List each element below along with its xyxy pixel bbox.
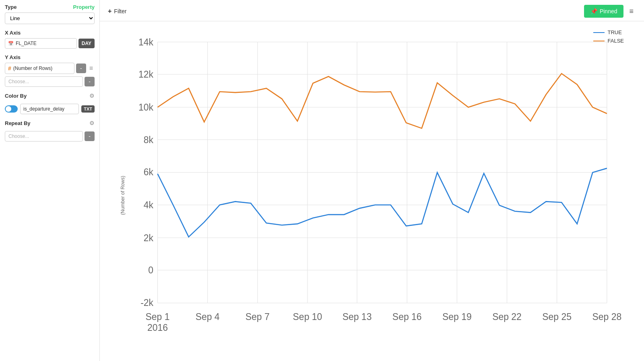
- legend-true-label: TRUE: [608, 29, 622, 35]
- type-select[interactable]: Line Bar Scatter Area: [5, 12, 95, 24]
- yaxis-field-text: (Number of Rows): [13, 66, 52, 71]
- property-label: Property: [73, 4, 95, 10]
- repeatby-minus-button[interactable]: -: [85, 131, 95, 141]
- repeatby-choose-placeholder: Choose...: [8, 133, 29, 139]
- svg-text:Sep 7: Sep 7: [246, 312, 270, 322]
- svg-text:Sep 13: Sep 13: [343, 312, 372, 322]
- yaxis-choose-placeholder: Choose...: [8, 79, 29, 84]
- colorby-gear-button[interactable]: ⚙: [89, 92, 95, 99]
- yaxis-label: Y Axis: [5, 54, 95, 60]
- svg-text:4k: 4k: [144, 200, 154, 210]
- svg-text:2016: 2016: [147, 322, 168, 333]
- xaxis-label: X Axis: [5, 30, 95, 36]
- svg-text:14k: 14k: [138, 37, 153, 47]
- pinned-label: Pinned: [600, 8, 617, 14]
- colorby-section: Color By ⚙ is_departure_delay TXT: [5, 92, 95, 114]
- repeatby-section: Repeat By ⚙ Choose... -: [5, 120, 95, 142]
- topbar: + Filter 📌 Pinned ≡: [100, 0, 644, 21]
- sidebar: Type Property Line Bar Scatter Area X Ax…: [0, 0, 100, 361]
- xaxis-field-box[interactable]: 📅 FL_DATE: [5, 38, 77, 49]
- repeatby-label: Repeat By: [5, 120, 31, 126]
- pinned-button[interactable]: 📌 Pinned: [584, 5, 624, 18]
- hamburger-button[interactable]: ≡: [627, 7, 636, 16]
- legend-true: TRUE: [593, 29, 624, 35]
- main-content: + Filter 📌 Pinned ≡ (Number of Rows) FL_…: [100, 0, 644, 361]
- svg-text:0: 0: [148, 265, 153, 275]
- yaxis-field-box[interactable]: # (Number of Rows): [5, 63, 74, 74]
- svg-text:Sep 19: Sep 19: [442, 312, 472, 322]
- legend-false-label: FALSE: [608, 38, 624, 44]
- repeatby-gear-button[interactable]: ⚙: [89, 120, 95, 126]
- yaxis-reorder-button[interactable]: ≡: [88, 64, 95, 73]
- svg-text:Sep 28: Sep 28: [592, 312, 621, 322]
- colorby-txt-badge: TXT: [81, 105, 95, 113]
- yaxis-section: Y Axis # (Number of Rows) - ≡ Choose... …: [5, 54, 95, 87]
- chart-legend: TRUE FALSE: [593, 29, 624, 44]
- plus-icon: +: [108, 8, 111, 15]
- y-axis-label: (Number of Rows): [120, 176, 126, 215]
- filter-button[interactable]: + Filter: [108, 8, 126, 15]
- legend-false-line: [593, 41, 605, 41]
- svg-text:-2k: -2k: [140, 297, 153, 308]
- pin-icon: 📌: [590, 8, 597, 14]
- repeatby-choose-box[interactable]: Choose...: [5, 131, 83, 142]
- hash-icon: #: [8, 65, 11, 72]
- filter-label: Filter: [114, 8, 126, 14]
- colorby-label: Color By: [5, 93, 27, 99]
- legend-true-line: [593, 32, 605, 33]
- svg-text:Sep 25: Sep 25: [542, 312, 572, 322]
- svg-text:Sep 16: Sep 16: [392, 312, 422, 322]
- svg-text:10k: 10k: [138, 102, 153, 113]
- svg-text:8k: 8k: [144, 135, 154, 145]
- type-label: Type: [5, 4, 17, 10]
- svg-text:Sep 22: Sep 22: [492, 312, 522, 322]
- svg-text:Sep 10: Sep 10: [293, 312, 322, 322]
- xaxis-field-text: FL_DATE: [16, 41, 37, 46]
- chart-area: (Number of Rows) FL_DATE TRUE FALSE .gri…: [100, 21, 644, 361]
- legend-false: FALSE: [593, 38, 624, 44]
- calendar-icon: 📅: [8, 41, 14, 46]
- svg-text:6k: 6k: [144, 167, 154, 177]
- type-property-section: Type Property Line Bar Scatter Area: [5, 4, 95, 24]
- svg-text:2k: 2k: [144, 233, 154, 243]
- xaxis-section: X Axis 📅 FL_DATE DAY: [5, 30, 95, 49]
- yaxis-choose-minus-button[interactable]: -: [85, 77, 95, 86]
- line-chart: .grid-line { stroke: #e0e0e0; stroke-wid…: [124, 29, 628, 345]
- colorby-field-box[interactable]: is_departure_delay: [20, 104, 79, 114]
- yaxis-choose-box[interactable]: Choose...: [5, 76, 83, 87]
- yaxis-minus-button[interactable]: -: [76, 64, 86, 73]
- svg-text:Sep 4: Sep 4: [196, 312, 220, 322]
- day-button[interactable]: DAY: [78, 39, 95, 48]
- svg-text:12k: 12k: [138, 69, 153, 80]
- colorby-field-text: is_departure_delay: [23, 106, 64, 112]
- svg-text:Sep 1: Sep 1: [145, 312, 169, 322]
- colorby-toggle[interactable]: [5, 105, 18, 113]
